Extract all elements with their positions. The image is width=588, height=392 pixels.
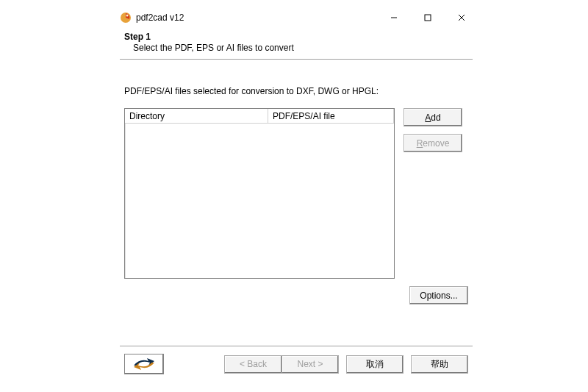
footer: < Back Next > 取消 帮助 (114, 346, 478, 382)
svg-rect-3 (425, 15, 431, 21)
main-row: Directory PDF/EPS/AI file Add Remove (124, 108, 468, 279)
maximize-icon (424, 14, 431, 21)
window-title: pdf2cad v12 (136, 13, 377, 23)
svg-point-1 (126, 15, 129, 17)
next-button-label: Next > (297, 359, 323, 369)
cancel-button-label: 取消 (366, 358, 384, 371)
cancel-button[interactable]: 取消 (346, 355, 404, 374)
minimize-button[interactable] (377, 7, 411, 29)
column-file[interactable]: PDF/EPS/AI file (268, 109, 394, 124)
add-button[interactable]: Add (404, 108, 462, 126)
nav-pair: < Back Next > (224, 355, 339, 374)
close-icon (458, 14, 465, 21)
column-directory[interactable]: Directory (125, 109, 268, 124)
add-button-label: Add (425, 113, 440, 123)
back-button-label: < Back (240, 359, 267, 369)
file-list-header: Directory PDF/EPS/AI file (125, 109, 394, 124)
maximize-button[interactable] (411, 7, 445, 29)
window-controls (377, 7, 478, 29)
help-button[interactable]: 帮助 (411, 355, 468, 374)
close-button[interactable] (445, 7, 478, 29)
next-button[interactable]: Next > (282, 355, 339, 374)
minimize-icon (390, 14, 398, 21)
titlebar: pdf2cad v12 (114, 7, 478, 29)
side-buttons: Add Remove (404, 108, 462, 279)
file-list[interactable]: Directory PDF/EPS/AI file (124, 108, 395, 279)
step-title: Step 1 (124, 32, 468, 42)
options-button-label: Options... (420, 291, 457, 301)
refresh-arrows-icon (129, 357, 159, 371)
step-subtitle: Select the PDF, EPS or AI files to conve… (133, 43, 468, 53)
logo (124, 354, 164, 374)
help-button-label: 帮助 (431, 358, 448, 371)
wizard-window: pdf2cad v12 Step 1 Select the PDF, EPS o… (114, 7, 478, 384)
options-button[interactable]: Options... (409, 286, 468, 304)
remove-button-label: Remove (417, 138, 450, 149)
options-row: Options... (124, 286, 468, 304)
step-header: Step 1 Select the PDF, EPS or AI files t… (114, 29, 478, 59)
app-icon (120, 12, 132, 24)
selection-label: PDF/EPS/AI files selected for conversion… (124, 86, 468, 96)
remove-button[interactable]: Remove (404, 134, 462, 152)
back-button[interactable]: < Back (224, 355, 282, 374)
content-area: PDF/EPS/AI files selected for conversion… (114, 60, 478, 312)
